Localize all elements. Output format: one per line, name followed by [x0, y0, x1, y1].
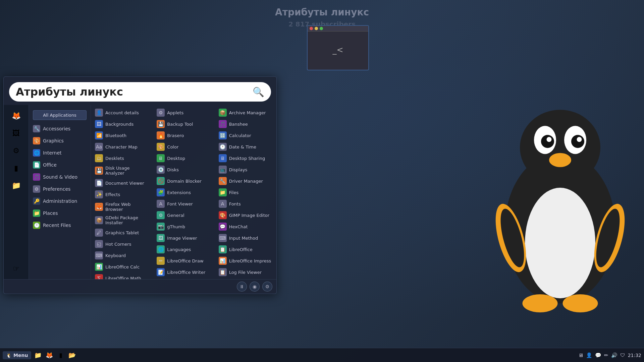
app-lo-impress[interactable]: 📊LibreOffice Impress — [216, 255, 275, 266]
taskbar-menu-label: Menu — [13, 353, 28, 358]
app-displays[interactable]: 📺Displays — [216, 164, 275, 175]
app-document-viewer[interactable]: 📄Document Viewer — [92, 177, 151, 189]
app-languages[interactable]: 🌐Languages — [154, 244, 213, 255]
taskbar-folder-icon[interactable]: 📂 — [67, 351, 77, 360]
category-recent-files[interactable]: 🕐 Recent Files — [29, 219, 91, 231]
hot-corners-icon: ◱ — [95, 240, 103, 248]
taskbar-terminal-icon[interactable]: ▮ — [56, 351, 65, 360]
app-disk-usage[interactable]: 💾Disk Usage Analyzer — [92, 164, 151, 177]
app-color[interactable]: 🎨Color — [154, 141, 213, 153]
graphics-tablet-icon: 🖊 — [95, 229, 103, 237]
menu-bottom-bar: ⏸ ◉ ⚙ — [4, 279, 276, 294]
sidebar-terminal-icon[interactable]: ▮ — [8, 160, 24, 176]
desktop-sharing-icon: 🖥 — [219, 154, 227, 162]
svg-point-9 — [549, 153, 571, 167]
sidebar-image-icon[interactable]: 🖼 — [8, 125, 24, 141]
category-graphics[interactable]: 🎨 Graphics — [29, 135, 91, 147]
app-account-details[interactable]: 👤Account details — [92, 107, 151, 118]
app-libreoffice[interactable]: 📋LibreOffice — [216, 244, 275, 255]
terminal-maximize-btn[interactable] — [320, 27, 323, 30]
administration-icon: 🔑 — [33, 197, 40, 205]
category-administration[interactable]: 🔑 Administration — [29, 195, 91, 207]
app-fonts[interactable]: AFonts — [216, 198, 275, 209]
app-brasero[interactable]: 🔥Brasero — [154, 130, 213, 141]
app-hexchat[interactable]: 💬HexChat — [216, 221, 275, 232]
category-accessories[interactable]: 🔧 Accessories — [29, 123, 91, 135]
app-network[interactable]: 📶Network — [216, 278, 275, 279]
taskbar-firefox-icon[interactable]: 🦊 — [45, 351, 54, 360]
app-gdebi[interactable]: 📦GDebi Package Installer — [92, 214, 151, 227]
app-gimp[interactable]: 🎨GIMP Image Editor — [216, 209, 275, 221]
app-bluetooth[interactable]: 📶Bluetooth — [92, 130, 151, 141]
taskbar-files-icon[interactable]: 📁 — [33, 351, 43, 360]
taskbar: 🐧 Menu 📁 🦊 ▮ 📂 🖥 👤 💬 ✏ 🔊 🛡 21:32 — [0, 348, 644, 362]
terminal-window[interactable]: _< — [307, 25, 369, 70]
svg-point-11 — [563, 294, 598, 312]
search-icon[interactable]: 🔍 — [253, 86, 264, 98]
desktop-icon: 🖥 — [157, 154, 165, 162]
app-driver-manager[interactable]: 🔧Driver Manager — [216, 175, 275, 187]
category-office[interactable]: 📄 Office — [29, 159, 91, 171]
app-lo-math[interactable]: ∑LibreOffice Math — [92, 273, 151, 279]
app-keyboard[interactable]: ⌨Keyboard — [92, 250, 151, 261]
app-desktop-sharing[interactable]: 🖥Desktop Sharing — [216, 153, 275, 164]
domain-blocker-icon: 🚫 — [157, 177, 165, 185]
category-sound-video-label: Sound & Video — [43, 174, 77, 180]
app-desktop[interactable]: 🖥Desktop — [154, 153, 213, 164]
app-effects[interactable]: ✨Effects — [92, 189, 151, 200]
app-backup-tool[interactable]: 💾Backup Tool — [154, 118, 213, 130]
displays-icon: 📺 — [219, 166, 227, 174]
app-font-viewer[interactable]: AFont Viewer — [154, 198, 213, 209]
date-time-icon: 🕐 — [219, 143, 227, 151]
sidebar-firefox-icon[interactable]: 🦊 — [8, 108, 24, 124]
menu-bottom-btn-1[interactable]: ⏸ — [237, 282, 247, 292]
app-log-viewer[interactable]: 📋Log File Viewer — [216, 266, 275, 278]
sidebar-settings-icon[interactable]: ⚙ — [8, 142, 24, 159]
taskbar-volume-icon[interactable]: 🔊 — [611, 352, 618, 358]
lo-calc-icon: 📊 — [95, 263, 103, 271]
app-character-map[interactable]: AaCharacter Map — [92, 141, 151, 153]
app-gthumb[interactable]: 📷gThumb — [154, 221, 213, 232]
app-mouse-touchpad[interactable]: 🖱Mouse and Touchpad — [154, 278, 213, 279]
app-general[interactable]: ⚙General — [154, 209, 213, 221]
terminal-minimize-btn[interactable] — [315, 27, 318, 30]
app-hot-corners[interactable]: ◱Hot Corners — [92, 238, 151, 250]
app-lo-writer[interactable]: 📝LibreOffice Writer — [154, 266, 213, 278]
category-sound-video[interactable]: 🎵 Sound & Video — [29, 171, 91, 183]
terminal-close-btn[interactable] — [310, 27, 313, 30]
category-preferences-label: Preferences — [43, 186, 70, 192]
taskbar-tray-icon-4: ✏ — [604, 352, 608, 358]
taskbar-menu-button[interactable]: 🐧 Menu — [3, 351, 31, 359]
menu-bottom-btn-3[interactable]: ⚙ — [262, 282, 272, 292]
gthumb-icon: 📷 — [157, 223, 165, 231]
app-calculator[interactable]: 🔢Calculator — [216, 130, 275, 141]
app-applets[interactable]: ⚙Applets — [154, 107, 213, 118]
search-bar[interactable]: Атрибуты линукс 🔍 — [9, 82, 271, 102]
effects-icon: ✨ — [95, 190, 103, 198]
app-archive-manager[interactable]: 📦Archive Manager — [216, 107, 275, 118]
app-extensions[interactable]: 🧩Extensions — [154, 187, 213, 198]
category-internet[interactable]: 🌐 Internet — [29, 147, 91, 159]
category-internet-label: Internet — [43, 150, 62, 156]
app-lo-calc[interactable]: 📊LibreOffice Calc — [92, 261, 151, 273]
app-domain-blocker[interactable]: 🚫Domain Blocker — [154, 175, 213, 187]
app-graphics-tablet[interactable]: 🖊Graphics Tablet — [92, 227, 151, 238]
category-preferences[interactable]: ⚙ Preferences — [29, 183, 91, 195]
app-input-method[interactable]: ⌨Input Method — [216, 232, 275, 244]
sidebar-files-icon[interactable]: 📁 — [8, 177, 24, 193]
app-firefox[interactable]: 🦊Firefox Web Browser — [92, 200, 151, 214]
fonts-icon: A — [219, 200, 227, 208]
app-date-time[interactable]: 🕐Date & Time — [216, 141, 275, 153]
app-banshee[interactable]: 🎵Banshee — [216, 118, 275, 130]
menu-bottom-btn-2[interactable]: ◉ — [250, 282, 260, 292]
all-apps-button[interactable]: All Applications — [33, 110, 87, 120]
category-places[interactable]: 📁 Places — [29, 207, 91, 219]
app-files[interactable]: 📁Files — [216, 187, 275, 198]
app-disks[interactable]: 💿Disks — [154, 164, 213, 175]
sidebar-hand-icon[interactable]: ☞ — [8, 260, 24, 277]
app-desklets[interactable]: 🗂Desklets — [92, 153, 151, 164]
app-lo-draw[interactable]: ✏LibreOffice Draw — [154, 255, 213, 266]
app-backgrounds[interactable]: 🖼Backgrounds — [92, 118, 151, 130]
app-image-viewer[interactable]: 🖼Image Viewer — [154, 232, 213, 244]
taskbar-tray: 🖥 👤 💬 ✏ 🔊 🛡 21:32 — [578, 352, 641, 358]
